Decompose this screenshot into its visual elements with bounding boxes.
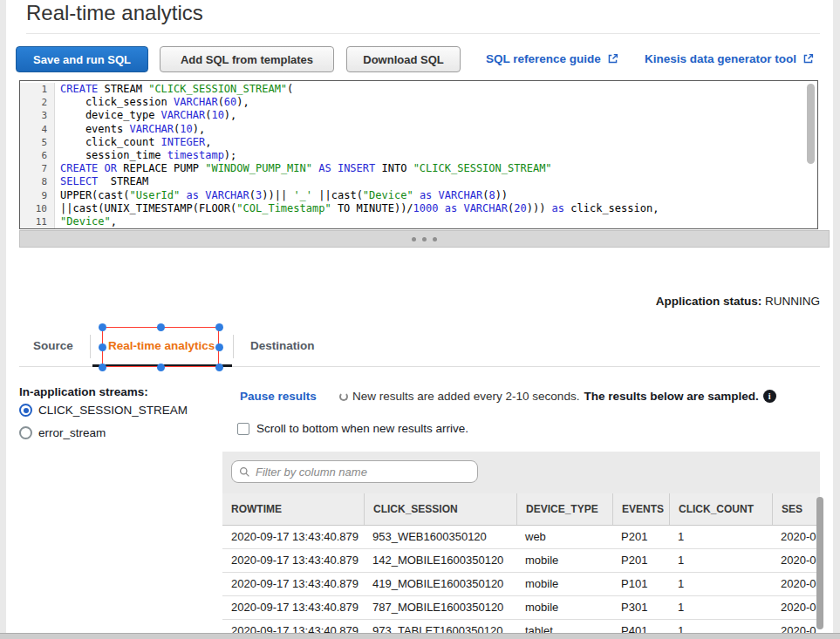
- search-icon: [239, 466, 250, 478]
- tab-source[interactable]: Source: [33, 339, 73, 352]
- sql-editor[interactable]: 1CREATE STREAM "CLICK_SESSION_STREAM"(2 …: [19, 80, 818, 229]
- table-cell: mobile: [516, 549, 612, 572]
- table-cell: P201: [612, 549, 669, 572]
- column-header[interactable]: ROWTIME: [222, 493, 364, 525]
- results-table: ROWTIMECLICK_SESSIONDEVICE_TYPEEVENTSCLI…: [222, 493, 820, 639]
- title-divider: [26, 33, 820, 34]
- code-line: 9UPPER(cast("UserId" as VARCHAR(3))|| '_…: [20, 189, 817, 202]
- stream-option-click-session[interactable]: CLICK_SESSION_STREAM: [19, 404, 188, 417]
- table-cell: 1: [669, 549, 772, 572]
- tab-destination[interactable]: Destination: [250, 339, 315, 352]
- code-line: 7CREATE OR REPLACE PUMP "WINDOW_PUMP_MIN…: [20, 162, 817, 175]
- table-cell: web: [516, 526, 612, 548]
- radio-unselected-icon[interactable]: [19, 426, 32, 439]
- radio-selected-icon[interactable]: [19, 404, 32, 417]
- page-border-left: [0, 0, 6, 639]
- table-cell: 419_MOBILE1600350120: [364, 573, 516, 595]
- tab-separator: [233, 335, 234, 358]
- code-line: 3 device_type VARCHAR(10),: [20, 109, 817, 122]
- code-line: 8SELECT STREAM: [20, 175, 817, 188]
- kinesis-data-generator-label: Kinesis data generator tool: [645, 52, 796, 65]
- tab-separator: [90, 335, 91, 358]
- download-sql-button[interactable]: Download SQL: [346, 46, 461, 72]
- sql-reference-guide-link[interactable]: SQL reference guide: [486, 52, 618, 65]
- pause-results-link[interactable]: Pause results: [240, 390, 317, 403]
- filter-by-column-input[interactable]: [256, 466, 470, 479]
- column-header[interactable]: DEVICE_TYPE: [516, 493, 612, 525]
- add-sql-templates-button[interactable]: Add SQL from templates: [160, 46, 334, 72]
- annotation-handle-dot: [215, 364, 223, 371]
- code-line: 10||cast(UNIX_TIMESTAMP(FLOOR("COL_Times…: [20, 202, 817, 215]
- editor-scrollbar-thumb[interactable]: [807, 84, 815, 164]
- table-cell: 2020-09-17 13:43:40.879: [222, 526, 364, 548]
- code-line: 6 session_time timestamp);: [20, 149, 817, 162]
- table-cell: mobile: [516, 573, 612, 595]
- column-header[interactable]: SES: [772, 493, 820, 525]
- drag-dot-icon: [412, 237, 416, 241]
- code-line: 4 events VARCHAR(10),: [20, 123, 817, 136]
- page-border-right: [833, 0, 840, 639]
- in-application-streams-label: In-application streams:: [19, 385, 148, 398]
- application-status: Application status: RUNNING: [656, 295, 820, 308]
- column-header[interactable]: CLICK_SESSION: [364, 493, 516, 525]
- annotation-handle-dot: [157, 323, 165, 331]
- info-icon[interactable]: i: [763, 390, 776, 403]
- table-cell: 2020-09-17 13:43:40.879: [222, 549, 364, 572]
- code-line: 5 click_count INTEGER,: [20, 136, 817, 149]
- line-number: 3: [20, 109, 55, 122]
- table-row: 2020-09-17 13:43:40.879953_WEB1600350120…: [222, 526, 820, 549]
- table-cell: 1: [669, 596, 772, 619]
- code-line: 2 click_session VARCHAR(60),: [20, 96, 817, 109]
- table-row: 2020-09-17 13:43:40.879787_MOBILE1600350…: [222, 596, 820, 620]
- code-line: 11"Device",: [20, 215, 817, 228]
- table-cell: 2020-0: [772, 526, 820, 548]
- line-number: 10: [20, 202, 55, 215]
- code-line: 1CREATE STREAM "CLICK_SESSION_STREAM"(: [20, 81, 817, 96]
- table-cell: mobile: [516, 596, 612, 619]
- refresh-spinner-icon: [339, 392, 348, 401]
- scroll-to-bottom-checkbox[interactable]: [237, 423, 249, 435]
- external-link-icon: [607, 53, 618, 65]
- table-row: 2020-09-17 13:43:40.879142_MOBILE1600350…: [222, 549, 820, 573]
- table-cell: 1: [669, 526, 772, 548]
- line-number: 2: [20, 96, 55, 109]
- table-scrollbar-thumb[interactable]: [816, 497, 823, 629]
- stream-option-label: CLICK_SESSION_STREAM: [38, 404, 188, 417]
- annotation-handle-dot: [99, 364, 106, 371]
- annotation-handle-dot: [99, 323, 106, 331]
- column-header[interactable]: EVENTS: [612, 493, 669, 525]
- annotation-handle-dot: [215, 343, 223, 351]
- table-cell: 2020-0: [772, 596, 820, 619]
- line-number: 6: [20, 149, 55, 162]
- sql-reference-guide-label: SQL reference guide: [486, 52, 601, 65]
- column-header[interactable]: CLICK_COUNT: [669, 493, 772, 525]
- table-cell: 2020-09-17 13:43:40.879: [222, 573, 364, 595]
- kinesis-data-generator-link[interactable]: Kinesis data generator tool: [645, 52, 814, 65]
- sampled-note-text: The results below are sampled.: [584, 390, 758, 403]
- scroll-to-bottom-option[interactable]: Scroll to bottom when new results arrive…: [237, 422, 468, 435]
- line-number: 4: [20, 123, 55, 136]
- annotation-handle-dot: [215, 323, 223, 331]
- table-cell: P201: [612, 526, 669, 548]
- line-number: 1: [20, 83, 55, 96]
- line-number: 9: [20, 189, 55, 202]
- results-refresh-note: New results are added every 2-10 seconds…: [339, 390, 776, 403]
- code-lines: 1CREATE STREAM "CLICK_SESSION_STREAM"(2 …: [20, 81, 817, 228]
- table-cell: 2020-0: [772, 573, 820, 595]
- table-cell: 953_WEB1600350120: [364, 526, 516, 548]
- editor-resize-handle[interactable]: [19, 230, 830, 248]
- stream-option-error-stream[interactable]: error_stream: [19, 426, 106, 439]
- results-rows: 2020-09-17 13:43:40.879953_WEB1600350120…: [222, 526, 820, 639]
- line-number: 5: [20, 136, 55, 149]
- line-number: 11: [20, 215, 55, 228]
- drag-dot-icon: [433, 237, 437, 241]
- application-status-label: Application status:: [656, 295, 762, 308]
- table-cell: P101: [612, 573, 669, 595]
- drag-dot-icon: [422, 237, 427, 241]
- scroll-to-bottom-label: Scroll to bottom when new results arrive…: [256, 422, 468, 435]
- save-and-run-sql-button[interactable]: Save and run SQL: [16, 46, 148, 72]
- page-title: Real-time analytics: [26, 1, 203, 25]
- stream-option-label: error_stream: [38, 426, 106, 439]
- bottom-edge-strip: [0, 633, 840, 639]
- table-cell: 142_MOBILE1600350120: [364, 549, 516, 572]
